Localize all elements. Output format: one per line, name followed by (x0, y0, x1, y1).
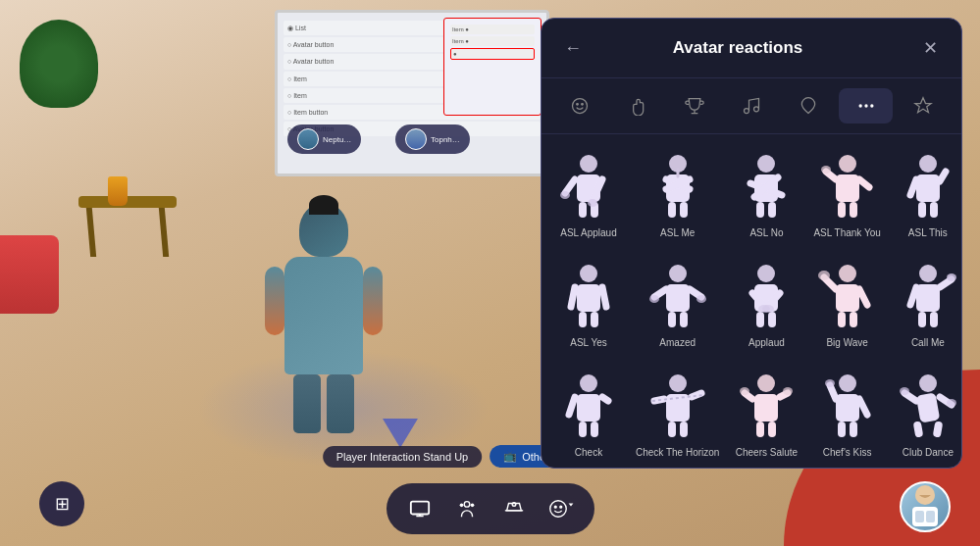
reaction-asl-applaud[interactable]: ASL Applaud (553, 144, 624, 246)
user-portrait[interactable] (900, 481, 951, 532)
tab-smiley[interactable] (553, 88, 606, 124)
table-legs (78, 208, 177, 257)
user-name-2: Topnh… (431, 135, 460, 144)
reaction-amazed[interactable]: Amazed (632, 254, 723, 356)
reaction-asl-yes[interactable]: ASL Yes (553, 254, 624, 356)
svg-rect-73 (768, 312, 776, 327)
reaction-avatar-svg (557, 152, 620, 223)
svg-line-56 (571, 287, 575, 307)
reaction-applaud[interactable]: Applaud (731, 254, 801, 356)
tab-extra[interactable] (897, 88, 950, 124)
svg-point-5 (549, 501, 566, 518)
svg-point-19 (870, 104, 873, 107)
tab-more[interactable] (839, 88, 892, 124)
avatar-arm-right (363, 267, 383, 335)
svg-point-7 (559, 506, 561, 508)
svg-rect-104 (754, 394, 778, 422)
svg-rect-72 (756, 312, 764, 327)
svg-rect-39 (756, 202, 764, 218)
grid-menu-button[interactable]: ⊞ (39, 481, 84, 526)
reaction-label: Call Me (911, 337, 945, 348)
svg-point-48 (919, 155, 937, 173)
reaction-check-horizon[interactable]: Check The Horizon (632, 364, 723, 466)
reaction-avatar-svg (816, 262, 879, 332)
reaction-club-dance[interactable]: Club Dance (893, 364, 961, 466)
svg-point-20 (580, 155, 597, 173)
reaction-avatar-svg (646, 152, 709, 223)
svg-point-35 (757, 155, 775, 173)
reaction-check[interactable]: Check (553, 364, 624, 466)
reaction-avatar-svg (557, 372, 620, 442)
avatar-settings-button[interactable] (449, 491, 485, 526)
table-top (78, 196, 177, 208)
toolbar-pill (387, 483, 594, 534)
avatar-hair (309, 195, 338, 215)
panel-back-button[interactable]: ← (559, 34, 587, 62)
svg-line-86 (910, 287, 916, 305)
reaction-label: Club Dance (903, 447, 954, 458)
svg-point-17 (858, 104, 861, 107)
reaction-asl-no[interactable]: ASL No (731, 144, 801, 246)
tab-gesture[interactable] (782, 88, 835, 124)
tab-music[interactable] (725, 88, 778, 124)
svg-rect-45 (838, 202, 846, 218)
reaction-avatar-svg (897, 152, 959, 223)
reaction-avatar-svg (735, 152, 798, 223)
svg-point-47 (821, 166, 831, 174)
reaction-avatar-svg (735, 372, 798, 442)
reaction-chefs-kiss[interactable]: Chef's Kiss (809, 364, 884, 466)
svg-point-110 (740, 387, 749, 395)
svg-point-13 (577, 104, 579, 106)
avatar-leg-left (293, 374, 321, 433)
svg-point-83 (919, 265, 937, 282)
user-avatar-2 (405, 128, 427, 150)
avatar-leg-right (327, 374, 354, 433)
svg-point-118 (919, 374, 937, 392)
reaction-cheers-salute[interactable]: Cheers Salute (731, 364, 801, 466)
svg-rect-123 (932, 421, 943, 437)
reaction-asl-thank-you[interactable]: ASL Thank You (809, 144, 884, 246)
svg-point-124 (900, 387, 909, 395)
screen-share-button[interactable] (402, 491, 438, 526)
svg-rect-115 (838, 422, 846, 437)
svg-line-79 (859, 289, 867, 305)
table-leg-right (159, 208, 169, 257)
hat-button[interactable] (496, 491, 532, 526)
avatar-body (284, 257, 363, 374)
svg-rect-40 (768, 202, 776, 218)
tab-hands[interactable] (610, 88, 663, 124)
tab-trophy[interactable] (668, 88, 721, 124)
reaction-big-wave[interactable]: Big Wave (809, 254, 884, 356)
reaction-avatar-svg (897, 262, 959, 332)
svg-point-3 (459, 504, 463, 508)
svg-rect-32 (668, 202, 676, 218)
vase-decoration (108, 176, 128, 206)
avatar-head (299, 203, 348, 257)
panel-header: ← Avatar reactions ✕ (542, 19, 961, 78)
svg-point-27 (588, 199, 597, 207)
reaction-avatar-svg (735, 262, 798, 332)
svg-point-60 (669, 265, 687, 282)
svg-point-103 (757, 374, 775, 392)
reaction-asl-this[interactable]: ASL This (893, 144, 961, 246)
svg-rect-46 (850, 202, 857, 218)
svg-point-96 (669, 374, 687, 392)
panel-close-button[interactable]: ✕ (916, 34, 944, 62)
svg-line-44 (859, 179, 869, 187)
svg-rect-108 (768, 422, 776, 437)
reaction-label: Check (575, 447, 602, 458)
reaction-asl-me[interactable]: ASL Me (632, 144, 723, 246)
portrait-avatar-svg (904, 481, 946, 532)
reaction-label: Cheers Salute (736, 447, 798, 458)
reaction-avatar-svg (816, 372, 879, 442)
reaction-label: ASL Me (660, 227, 695, 238)
reaction-label: ASL This (908, 227, 948, 238)
reaction-call-me[interactable]: Call Me (893, 254, 961, 356)
svg-rect-59 (591, 312, 598, 327)
svg-point-16 (753, 107, 758, 112)
reaction-label: Amazed (659, 337, 696, 348)
svg-rect-87 (918, 312, 926, 327)
avatar-reactions-panel: ← Avatar reactions ✕ (541, 18, 962, 469)
emoji-reaction-button[interactable] (543, 491, 579, 526)
svg-rect-58 (579, 312, 587, 327)
